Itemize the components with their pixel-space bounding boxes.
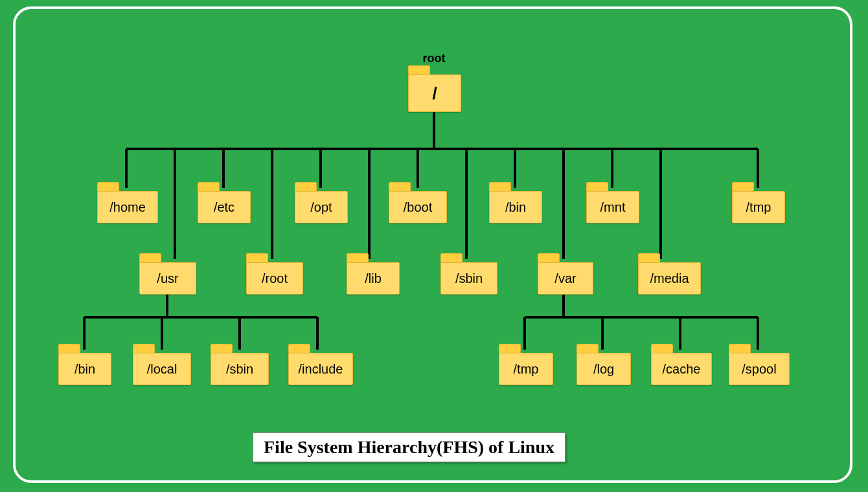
folder-label: /media	[650, 271, 689, 286]
folder-var-tmp: /tmp	[499, 353, 552, 384]
folder-tmp: /tmp	[732, 191, 784, 222]
folder-label: /spool	[742, 362, 776, 377]
folder-usr-sbin: /sbin	[211, 353, 268, 384]
folder-usr: /usr	[139, 262, 195, 293]
folder-sbin: /sbin	[440, 262, 496, 293]
folder-usr-bin: /bin	[58, 353, 110, 384]
folder-label: /cache	[663, 362, 701, 377]
folder-label: /bin	[505, 200, 526, 215]
root-caption: root	[421, 52, 447, 65]
folder-label: /sbin	[226, 362, 253, 377]
folder-mnt: /mnt	[586, 191, 638, 222]
folder-etc: /etc	[198, 191, 249, 222]
diagram-title: File System Hierarchy(FHS) of Linux	[253, 432, 565, 462]
folder-label: /opt	[310, 200, 332, 215]
folder-boot: /boot	[389, 191, 446, 222]
folder-label: /var	[554, 271, 576, 286]
folder-usr-include: /include	[288, 353, 352, 384]
folder-root: /	[408, 74, 460, 111]
folder-root-dir: /root	[246, 262, 302, 293]
folder-usr-local: /local	[133, 353, 190, 384]
folder-home: /home	[97, 191, 157, 222]
folder-label: /root	[262, 271, 288, 286]
folder-media: /media	[638, 262, 700, 293]
folder-label: /home	[109, 200, 146, 215]
folder-label: /include	[299, 362, 343, 377]
folder-label: /boot	[404, 200, 432, 215]
folder-label: /sbin	[455, 271, 483, 286]
folder-label: /	[432, 84, 437, 104]
folder-label: /bin	[74, 362, 95, 377]
folder-var-spool: /spool	[729, 353, 788, 384]
folder-label: /log	[593, 362, 614, 377]
folder-var: /var	[538, 262, 592, 293]
folder-label: /lib	[365, 271, 382, 286]
folder-var-log: /log	[577, 353, 630, 384]
folder-var-cache: /cache	[651, 353, 711, 384]
folder-label: /usr	[157, 271, 178, 286]
folder-lib: /lib	[347, 262, 398, 293]
folder-opt: /opt	[295, 191, 347, 222]
folder-label: /mnt	[600, 200, 626, 215]
folder-label: /tmp	[746, 200, 771, 215]
folder-bin: /bin	[489, 191, 541, 222]
folder-label: /tmp	[514, 362, 539, 377]
folder-label: /etc	[214, 200, 234, 215]
folder-label: /local	[147, 362, 177, 377]
